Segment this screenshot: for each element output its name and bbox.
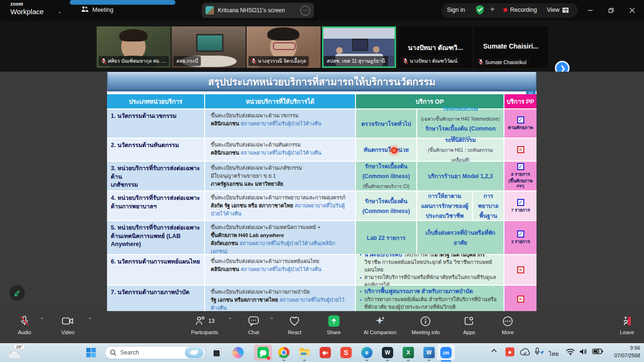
chrome-icon xyxy=(278,347,289,358)
word-button[interactable]: W xyxy=(423,346,435,359)
security-shield-icon[interactable] xyxy=(475,5,485,17)
video-tile-6[interactable]: Sumate Chaisiri... Sumate Chaisirikul xyxy=(474,26,548,68)
wps-button[interactable]: W xyxy=(381,346,394,359)
speaker-icon[interactable] xyxy=(579,348,588,356)
view-button[interactable]: View xyxy=(547,7,569,13)
tray-ev-icon[interactable]: ◆ xyxy=(505,347,514,356)
leave-button[interactable]: Leave xyxy=(620,315,634,335)
table-row-4: 4. หน่วยบริการที่รับการส่งต่อเฉพาะด้านกา… xyxy=(107,190,537,220)
cell-provider: ขึ้นทะเบียนรับส่งต่อเฉพาะด้านเทคนิคการแพ… xyxy=(205,221,356,254)
chat-button[interactable]: Chat xyxy=(248,315,259,335)
taskbar-search-input[interactable]: Search xyxy=(105,346,206,359)
cloud-icon xyxy=(7,348,23,361)
participant-hair xyxy=(119,29,148,41)
participant-name-badge: Sumate Chaisirikul xyxy=(476,58,529,66)
audio-label: Audio xyxy=(18,329,31,335)
participants-icon xyxy=(195,316,206,326)
excel-button[interactable]: X xyxy=(402,346,414,359)
text-segment: (ขึ้นศักยภาพ H61 : รถทันตกรรมเคลื่อนที่) xyxy=(428,148,493,163)
cell-provider: ขึ้นทะเบียนรับส่งต่อเฉพาะด้านการพยาบาลแล… xyxy=(205,191,356,220)
text-segment: คลินิกเอกชน xyxy=(211,121,240,126)
video-tile-3[interactable]: นางสุวรรณี จิตรเอื้อกุล xyxy=(247,26,321,68)
video-tile-1[interactable]: ศศิธร บัณฑิตมหากุล ศอ. ... xyxy=(97,26,171,68)
tray-cloud-sync-icon[interactable] xyxy=(520,348,530,357)
chrome-button[interactable] xyxy=(278,346,290,359)
search-placeholder: Search xyxy=(120,349,181,356)
participants-options-chevron[interactable]: ⌃ xyxy=(228,317,232,323)
participant-display-name: นางปัทมา ตัณฑวิ... xyxy=(398,42,472,53)
op-line: ตรวจรักษาโรคทั่วไป xyxy=(361,119,411,129)
copilot-button[interactable] xyxy=(232,346,244,359)
start-button[interactable] xyxy=(85,346,97,359)
share-button[interactable]: Share xyxy=(327,315,340,335)
running-indicator xyxy=(407,360,410,361)
provider-line: ขึ้นทะเบียนรับส่งต่อเฉพาะด้านการแพทย์แผน… xyxy=(211,257,349,265)
op-line: (Common illness) xyxy=(363,171,410,181)
react-button[interactable]: React xyxy=(288,315,302,335)
wifi-icon[interactable] xyxy=(566,348,575,356)
ai-sparkle-icon[interactable]: ✦ xyxy=(489,5,495,14)
cell-pp-status: ✕ xyxy=(504,286,537,313)
apps-icon xyxy=(463,315,474,327)
battery-icon[interactable] xyxy=(592,348,603,355)
zoom-app-button[interactable]: zm xyxy=(440,346,452,359)
close-button[interactable] xyxy=(625,5,639,16)
tray-expand-chevron[interactable] xyxy=(491,348,497,354)
text-segment: Lab 22 รายการ xyxy=(367,235,405,241)
provider-line: มีใบอนุญาตร้านขายยา ข.ย.1 xyxy=(211,172,349,180)
video-options-chevron[interactable]: ⌃ xyxy=(88,317,92,323)
restore-button[interactable] xyxy=(604,5,618,16)
bullet-text: บริการทางการแพทย์เพิ่มเติม สำหรับการให้บ… xyxy=(364,296,499,311)
tab-shared-screen[interactable]: Kritsana NHSO11's screen ⋯ xyxy=(202,3,314,18)
ev-app-button[interactable]: ◆› xyxy=(319,346,331,359)
text-segment: สถานพยาบาลที่ไม่รับผู้ป่วยไว้ค้างคืน xyxy=(240,266,321,272)
bullet-icon: • xyxy=(360,296,362,304)
video-tile-4-active-speaker[interactable]: สปสช. เขต 11 สุราษฎร์ธานี xyxy=(322,26,396,68)
annotate-button[interactable] xyxy=(9,285,25,301)
minimize-button[interactable] xyxy=(583,5,597,16)
audio-button[interactable]: Audio xyxy=(18,315,31,335)
meeting-info-button[interactable]: Meeting info xyxy=(412,315,440,335)
cell-service-type: 2. นวัตกรรมด้านทันตกรรม xyxy=(107,139,205,161)
column-header-provider: หน่วยบริการที่ให้บริการได้ xyxy=(205,94,356,108)
weather-widget[interactable]: 28° xyxy=(7,345,27,361)
bullet-text: นวด/อบ/ประคบ ให้บริการตามมาตรฐานด้านบุคล… xyxy=(364,251,499,274)
taskbar-clock[interactable]: 9:56 07/07/2568 xyxy=(614,345,640,360)
chevron-down-icon[interactable]: ⌄ xyxy=(58,8,62,15)
text-segment: สังกัด รัฐ เอกชน หรือ สภากาชาดไทย xyxy=(211,203,295,208)
video-thumbnail-strip: ศศิธร บัณฑิตมหากุล ศอ. ... สสจ.กระบี่ นา… xyxy=(0,21,644,72)
shared-screen-area: สรุปประเภทหน่วยบริการที่สามารถให้บริการน… xyxy=(0,72,644,311)
participants-button[interactable]: 13 Participants xyxy=(191,315,218,335)
participant-name: นางสุวรรณี จิตรเอื้อกุล xyxy=(258,57,306,65)
video-tile-5[interactable]: นางปัทมา ตัณฑวิ... นางปัทมา ตัณฑวิวัฒน์ xyxy=(398,26,472,68)
chat-options-chevron[interactable]: ⌃ xyxy=(270,317,274,323)
ai-companion-button[interactable]: AI Companion xyxy=(363,315,396,335)
column-header-type: ประเภทหน่วยบริการ xyxy=(107,94,205,108)
op-sub-cell: รถทันตกรรม(ขึ้นศักยภาพ H61 : รถทันตกรรมเ… xyxy=(417,139,504,161)
table-row-6: 6. นวัตกรรมด้านการแพทย์แผนไทยขึ้นทะเบียน… xyxy=(107,254,537,285)
cell-provider: ขึ้นทะเบียนรับส่งต่อเฉพาะด้านเวชกรรมคลิน… xyxy=(205,109,356,138)
camera-icon xyxy=(62,315,74,327)
pp-note: 8 รายการ xyxy=(511,172,530,177)
text-segment: พื้นฐาน xyxy=(479,213,497,219)
video-tile-2[interactable]: สสจ.กระบี่ xyxy=(172,26,246,68)
edge-button[interactable]: e xyxy=(361,346,373,359)
more-ellipsis-icon xyxy=(503,315,513,327)
snagit-button[interactable]: S xyxy=(340,346,352,359)
checkbox-checked-icon: ✓ xyxy=(517,116,524,123)
more-button[interactable]: More xyxy=(502,315,513,335)
cell-op-services: รักษาโรคเบื้องต้น(Common illness)การให้ย… xyxy=(356,191,504,220)
tab-meeting[interactable]: Meeting xyxy=(81,6,113,14)
file-explorer-button[interactable] xyxy=(298,346,311,359)
muted-mic-icon xyxy=(479,59,483,65)
audio-options-chevron[interactable]: ⌃ xyxy=(40,317,44,323)
search-highlight-image[interactable] xyxy=(185,347,204,358)
tray-mic-location-icon[interactable] xyxy=(534,347,545,357)
task-view-button[interactable] xyxy=(211,346,223,359)
text-segment: ขึ้นทะเบียนรับส่งต่อเฉพาะด้านเวชกรรม xyxy=(211,113,298,118)
sign-in-button[interactable]: Sign in xyxy=(447,7,465,13)
language-indicator[interactable]: ไทย xyxy=(549,349,559,358)
apps-button[interactable]: Apps xyxy=(463,315,475,335)
tab-options-icon[interactable]: ⋯ xyxy=(300,6,310,16)
video-button[interactable]: Video xyxy=(61,315,74,335)
